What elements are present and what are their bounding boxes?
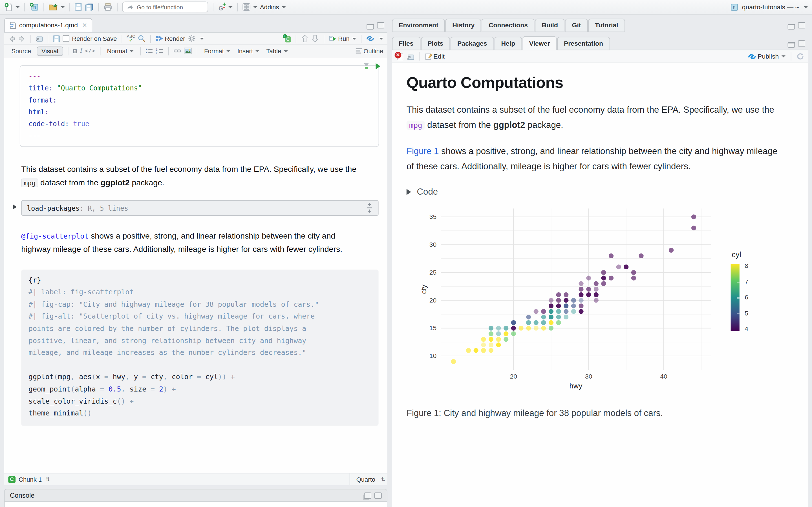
edit-pencil-icon — [425, 53, 433, 60]
svg-text:40: 40 — [660, 373, 667, 380]
save-button[interactable] — [74, 3, 82, 11]
bold-button[interactable]: B — [73, 47, 78, 55]
minimize-pane-icon[interactable] — [788, 24, 795, 29]
chevron-down-icon — [804, 6, 808, 8]
chunk-options-icon[interactable] — [363, 62, 370, 70]
tab-presentation[interactable]: Presentation — [557, 37, 610, 50]
paragraph-style-select[interactable]: Normal — [105, 47, 136, 55]
project-menu[interactable]: R quarto-tutorials — ~ — [730, 3, 808, 11]
format-menu[interactable]: Format — [202, 47, 233, 55]
refresh-icon[interactable] — [797, 53, 804, 60]
source-mode-button[interactable]: Source — [8, 47, 34, 55]
chunk-load-packages[interactable]: load-packages: R, 5 lines — [21, 200, 378, 216]
open-file-button[interactable] — [49, 3, 65, 11]
insert-chunk-button[interactable]: C + — [283, 35, 291, 43]
tab-packages[interactable]: Packages — [451, 37, 494, 50]
figure-caption: Figure 1: City and highway mileage for 3… — [407, 408, 808, 418]
publish-button[interactable]: Publish — [748, 53, 785, 60]
tab-environment[interactable]: Environment — [392, 18, 445, 32]
popout-icon[interactable] — [35, 35, 43, 42]
forward-icon[interactable] — [18, 36, 26, 42]
tab-viewer[interactable]: Viewer — [522, 36, 557, 50]
render-button[interactable]: Render — [155, 35, 185, 42]
search-icon[interactable] — [138, 35, 146, 43]
numbered-list-icon[interactable]: 12 — [156, 48, 164, 54]
link-icon[interactable] — [174, 48, 182, 54]
close-icon[interactable]: ✕ — [82, 22, 87, 29]
new-file-button[interactable] — [4, 3, 20, 11]
table-menu[interactable]: Table — [264, 47, 290, 55]
tab-help[interactable]: Help — [495, 37, 522, 50]
bullet-list-icon[interactable] — [146, 48, 154, 54]
svg-text:R: R — [33, 5, 36, 10]
spellcheck-icon[interactable]: ABC✓ — [127, 35, 135, 43]
editor-paragraph-2[interactable]: @fig-scatterplot shows a positive, stron… — [21, 229, 366, 256]
print-button[interactable] — [103, 3, 112, 11]
language-mode-select[interactable]: Quarto ⇅ — [350, 473, 383, 485]
restore-pane-icon[interactable] — [364, 492, 371, 499]
tab-build[interactable]: Build — [535, 18, 565, 32]
yaml-front-matter[interactable]: ---title: "Quarto Computations"format: h… — [20, 65, 379, 147]
tab-computations-qmd[interactable]: computations-1.qmd ✕ — [4, 18, 93, 32]
editor-canvas[interactable]: ---title: "Quarto Computations"format: h… — [4, 57, 388, 473]
run-icon — [329, 36, 337, 42]
code-disclosure[interactable]: Code — [407, 187, 808, 197]
viewer-content[interactable]: Quarto Computations This dataset contain… — [392, 63, 808, 507]
minimize-pane-icon[interactable] — [788, 42, 795, 48]
stop-button[interactable]: ✕ — [396, 52, 403, 60]
tab-tutorial[interactable]: Tutorial — [588, 18, 625, 32]
console-pane: Console — [4, 489, 388, 507]
expand-chunk-icon[interactable] — [13, 204, 17, 209]
stop-icon: ✕ — [395, 52, 402, 58]
expand-collapse-icon[interactable] — [366, 203, 373, 213]
maximize-pane-icon[interactable] — [374, 492, 382, 499]
gear-icon[interactable] — [188, 35, 196, 43]
insert-menu[interactable]: Insert — [235, 47, 262, 55]
rerun-icon[interactable] — [366, 35, 375, 42]
new-project-button[interactable]: R — [30, 3, 39, 11]
git-button[interactable]: G — [218, 3, 232, 11]
chunk-navigator[interactable]: Chunk 1 ⇅ — [18, 476, 50, 483]
chunk-fig-scatterplot[interactable]: {r}#| label: fig-scatterplot#| fig-cap: … — [21, 270, 378, 426]
outline-toggle[interactable]: Outline — [355, 47, 383, 55]
popout-icon[interactable] — [407, 53, 414, 60]
goto-file-search[interactable] — [122, 2, 208, 13]
disclosure-triangle-icon — [407, 189, 411, 195]
run-next-icon[interactable] — [311, 35, 319, 43]
svg-text:35: 35 — [429, 213, 437, 220]
tab-git[interactable]: Git — [565, 18, 588, 32]
editor-paragraph-1[interactable]: This dataset contains a subset of the fu… — [21, 163, 366, 190]
back-icon[interactable] — [8, 36, 15, 42]
run-chunk-icon[interactable] — [375, 62, 381, 70]
console-header[interactable]: Console — [4, 489, 388, 502]
save-icon — [74, 3, 82, 11]
run-button[interactable]: Run — [329, 35, 356, 42]
image-icon[interactable] — [184, 48, 192, 54]
save-all-button[interactable] — [85, 3, 94, 11]
render-on-save-checkbox[interactable] — [63, 35, 69, 42]
right-column: Environment History Connections Build Gi… — [392, 18, 808, 507]
tab-connections[interactable]: Connections — [482, 18, 535, 32]
edit-button[interactable]: Edit — [425, 53, 445, 60]
tab-plots[interactable]: Plots — [421, 37, 450, 50]
console-body[interactable] — [4, 502, 388, 507]
svg-text:R: R — [733, 5, 736, 10]
addins-button[interactable]: Addins — [260, 3, 286, 11]
maximize-pane-icon[interactable] — [377, 22, 384, 29]
save-icon[interactable] — [53, 35, 60, 42]
italic-button[interactable]: I — [80, 47, 82, 55]
quarto-file-icon — [9, 22, 16, 29]
minimize-pane-icon[interactable] — [366, 24, 374, 29]
run-previous-icon[interactable] — [301, 35, 309, 43]
tab-files[interactable]: Files — [392, 37, 420, 50]
maximize-pane-icon[interactable] — [798, 40, 805, 47]
panes-layout-button[interactable] — [243, 3, 257, 11]
maximize-pane-icon[interactable] — [798, 22, 805, 29]
goto-file-input[interactable] — [136, 3, 200, 11]
tab-history[interactable]: History — [446, 18, 481, 32]
svg-text:30: 30 — [585, 373, 592, 380]
render-label: Render — [165, 35, 185, 42]
files-tabstrip: Files Plots Packages Help Viewer Present… — [392, 36, 808, 50]
code-format-button[interactable]: </> — [85, 48, 95, 54]
visual-mode-button[interactable]: Visual — [37, 46, 63, 55]
